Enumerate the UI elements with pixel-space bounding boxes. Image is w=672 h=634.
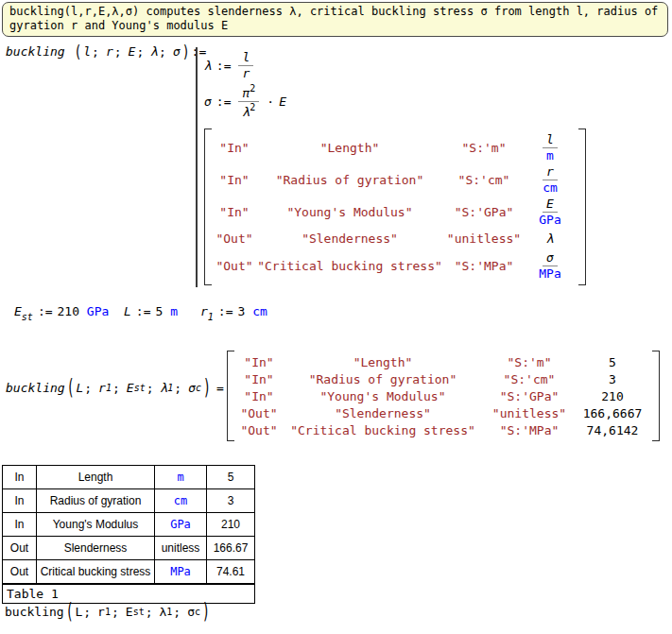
factor-E: E bbox=[279, 94, 286, 109]
multiply-operator: · bbox=[267, 94, 274, 109]
matrix-cell: "In" bbox=[244, 355, 273, 369]
assignment-Est[interactable]: Est:=210 GPa bbox=[14, 304, 109, 322]
right-paren: ) bbox=[182, 42, 190, 60]
table-cell-desc: Length bbox=[37, 466, 155, 489]
subscript: 1 bbox=[106, 383, 112, 393]
separator: ; bbox=[92, 44, 99, 59]
matrix-cell: "Critical bucking stress" bbox=[290, 423, 475, 437]
table-cell-unit: GPa bbox=[155, 513, 207, 537]
assign-operator: := bbox=[218, 304, 233, 318]
matrix-cell: "In" bbox=[219, 173, 249, 187]
matrix-cell: "In" bbox=[244, 389, 273, 403]
assignment-r1[interactable]: r1:=3 cm bbox=[200, 304, 267, 322]
matrix-cell: "In" bbox=[219, 205, 249, 219]
subscript: st bbox=[133, 607, 145, 617]
value: 3 bbox=[238, 304, 246, 318]
separator: ; bbox=[174, 381, 181, 395]
table-cell-io: In bbox=[3, 489, 37, 513]
worksheet-canvas: buckling(l,r,E,λ,σ) computes slenderness… bbox=[0, 0, 672, 634]
subscript: 1 bbox=[166, 607, 172, 617]
definition-body[interactable]: λ := l r σ := π2 λ2 · E "In" "Length" "S… bbox=[196, 47, 586, 287]
definition-matrix: "In" "Length" "S:'m" lm "In" "Radius of … bbox=[204, 129, 586, 285]
matrix-value: 166,6667 bbox=[583, 406, 643, 420]
separator: ; bbox=[112, 381, 120, 395]
matrix-left-bracket bbox=[204, 129, 212, 285]
matrix-cell: "S:'cm" bbox=[504, 372, 556, 386]
matrix-cell: "Radius of gyration" bbox=[276, 173, 424, 187]
separator: ; bbox=[83, 605, 91, 619]
comment-region[interactable]: buckling(l,r,E,λ,σ) computes slenderness… bbox=[2, 2, 668, 37]
subscript: 1 bbox=[208, 312, 214, 322]
table-cell-unit: unitless bbox=[155, 537, 207, 560]
matrix-cell: "Slenderness" bbox=[302, 231, 398, 246]
matrix-cell: "S:'m" bbox=[508, 355, 552, 369]
sigma-lhs: σ bbox=[204, 94, 212, 109]
matrix-cell: "S:'cm" bbox=[458, 173, 510, 187]
separator: ; bbox=[114, 44, 122, 59]
matrix-cell: "unitless" bbox=[447, 231, 521, 246]
table-cell-value: 166.67 bbox=[207, 537, 254, 560]
matrix-cell: "S:'m" bbox=[462, 141, 507, 155]
matrix-cell: "Length" bbox=[353, 355, 413, 369]
separator: ; bbox=[146, 381, 154, 395]
left-paren: ( bbox=[74, 42, 81, 60]
call-expression[interactable]: buckling (L;r1;Est;λ1;σc)= bbox=[6, 381, 226, 395]
matrix-cell: rcm bbox=[540, 165, 560, 194]
fraction-l-over-r: l r bbox=[238, 51, 253, 79]
exponent: 2 bbox=[250, 102, 255, 112]
table-cell-desc: Critical bucking stress bbox=[37, 560, 155, 584]
footer-expression[interactable]: buckling (L;r1;Est;λ1;σc) bbox=[5, 605, 212, 619]
subscript: st bbox=[22, 312, 33, 322]
function-name: buckling bbox=[6, 44, 65, 59]
matrix-cell: "Length" bbox=[320, 141, 380, 155]
subscript: c bbox=[195, 607, 200, 617]
unit: cm bbox=[252, 304, 267, 318]
separator: ; bbox=[112, 605, 119, 619]
comment-text: buckling(l,r,E,λ,σ) computes slenderness… bbox=[9, 5, 658, 32]
matrix-cell: "Young's Modulus" bbox=[319, 389, 445, 403]
matrix-cell: "Out" bbox=[240, 406, 277, 420]
matrix-cell: "S:'MPa" bbox=[500, 423, 560, 437]
assignment-L[interactable]: L:=5 m bbox=[124, 304, 178, 322]
table-cell-io: Out bbox=[3, 537, 37, 560]
definition-signature[interactable]: buckling (l;r;E;λ;σ):= bbox=[6, 44, 206, 59]
unit: m bbox=[170, 304, 178, 318]
param-E: E bbox=[129, 44, 136, 59]
matrix-cell: "S:'MPa" bbox=[455, 259, 514, 273]
subscript: 1 bbox=[105, 607, 111, 617]
table-cell-unit: cm bbox=[155, 489, 207, 513]
matrix-cell: "unitless" bbox=[492, 406, 566, 420]
table-cell-value: 210 bbox=[207, 513, 254, 537]
matrix-cell: "S:'GPa" bbox=[500, 389, 560, 403]
unit: GPa bbox=[87, 304, 109, 318]
left-paren: ( bbox=[66, 599, 74, 624]
right-paren: ) bbox=[202, 599, 210, 624]
matrix-cell: "Young's Modulus" bbox=[286, 205, 412, 219]
lambda-formula: λ := l r bbox=[204, 49, 586, 81]
assign-operator: := bbox=[216, 59, 232, 73]
subscript: c bbox=[196, 383, 201, 393]
exponent: 2 bbox=[250, 83, 255, 94]
matrix-cell: "Out" bbox=[215, 259, 252, 273]
table-cell-value: 3 bbox=[207, 489, 254, 513]
table-cell-io: In bbox=[3, 513, 37, 537]
results-table[interactable]: In Length m 5 In Radius of gyration cm 3… bbox=[2, 465, 255, 604]
matrix-value: 3 bbox=[609, 372, 616, 386]
result-matrix-grid: "In" "Length" "S:'m" 5 "In" "Radius of g… bbox=[234, 351, 652, 441]
left-paren: ( bbox=[67, 375, 75, 400]
matrix-cell: σMPa bbox=[536, 251, 563, 280]
matrix-value: 210 bbox=[601, 389, 623, 403]
assign-operator: := bbox=[216, 94, 232, 109]
matrix-value: 5 bbox=[609, 355, 616, 369]
matrix-left-bracket bbox=[227, 351, 234, 441]
separator: ; bbox=[84, 381, 92, 395]
separator: ; bbox=[159, 44, 166, 59]
table-cell-unit: m bbox=[155, 466, 207, 489]
table-cell-desc: Radius of gyration bbox=[37, 489, 155, 513]
matrix-cell: EGPa bbox=[536, 197, 563, 226]
subscript: st bbox=[134, 383, 146, 393]
table-cell-value: 5 bbox=[207, 466, 254, 489]
param-l: l bbox=[83, 44, 91, 59]
table-cell-io: In bbox=[3, 466, 37, 489]
matrix-cell: "Critical bucking stress" bbox=[257, 259, 442, 273]
